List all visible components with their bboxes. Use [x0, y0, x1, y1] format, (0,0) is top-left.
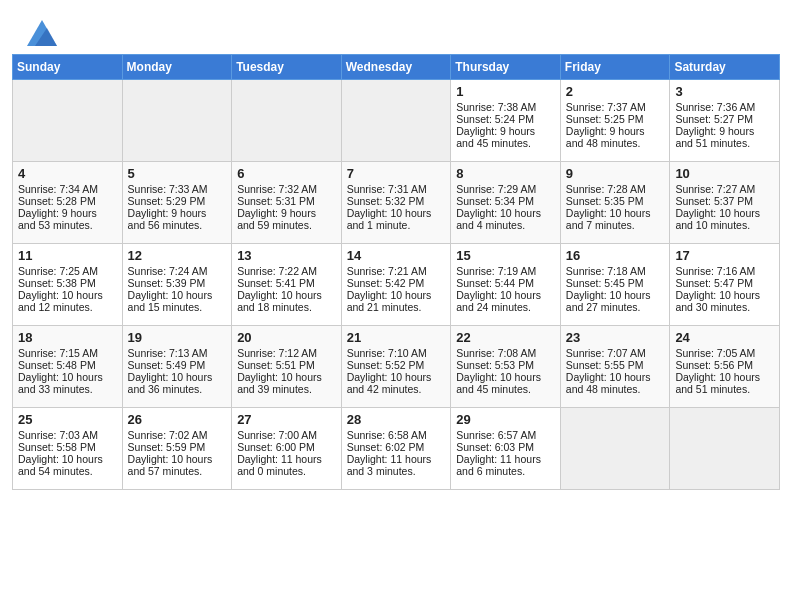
- daylight-text: Daylight: 9 hours and 51 minutes.: [675, 125, 754, 149]
- sunrise-text: Sunrise: 7:19 AM: [456, 265, 536, 277]
- calendar-cell: 21Sunrise: 7:10 AMSunset: 5:52 PMDayligh…: [341, 326, 451, 408]
- calendar-cell: 26Sunrise: 7:02 AMSunset: 5:59 PMDayligh…: [122, 408, 232, 490]
- calendar-cell: 7Sunrise: 7:31 AMSunset: 5:32 PMDaylight…: [341, 162, 451, 244]
- sunrise-text: Sunrise: 7:18 AM: [566, 265, 646, 277]
- calendar-cell: 18Sunrise: 7:15 AMSunset: 5:48 PMDayligh…: [13, 326, 123, 408]
- sunset-text: Sunset: 5:55 PM: [566, 359, 644, 371]
- calendar-cell: 27Sunrise: 7:00 AMSunset: 6:00 PMDayligh…: [232, 408, 342, 490]
- daylight-text: Daylight: 10 hours and 39 minutes.: [237, 371, 322, 395]
- day-number: 7: [347, 166, 446, 181]
- day-number: 29: [456, 412, 555, 427]
- calendar-cell: 19Sunrise: 7:13 AMSunset: 5:49 PMDayligh…: [122, 326, 232, 408]
- day-number: 6: [237, 166, 336, 181]
- sunrise-text: Sunrise: 7:02 AM: [128, 429, 208, 441]
- sunrise-text: Sunrise: 7:36 AM: [675, 101, 755, 113]
- sunset-text: Sunset: 6:02 PM: [347, 441, 425, 453]
- calendar-cell: 10Sunrise: 7:27 AMSunset: 5:37 PMDayligh…: [670, 162, 780, 244]
- weekday-header: Friday: [560, 55, 670, 80]
- day-number: 10: [675, 166, 774, 181]
- weekday-header: Sunday: [13, 55, 123, 80]
- calendar-wrap: SundayMondayTuesdayWednesdayThursdayFrid…: [0, 54, 792, 500]
- sunset-text: Sunset: 5:31 PM: [237, 195, 315, 207]
- daylight-text: Daylight: 10 hours and 54 minutes.: [18, 453, 103, 477]
- calendar-cell: 16Sunrise: 7:18 AMSunset: 5:45 PMDayligh…: [560, 244, 670, 326]
- sunrise-text: Sunrise: 7:07 AM: [566, 347, 646, 359]
- sunset-text: Sunset: 5:34 PM: [456, 195, 534, 207]
- day-number: 21: [347, 330, 446, 345]
- sunset-text: Sunset: 5:59 PM: [128, 441, 206, 453]
- day-number: 8: [456, 166, 555, 181]
- calendar-cell: [560, 408, 670, 490]
- daylight-text: Daylight: 10 hours and 51 minutes.: [675, 371, 760, 395]
- sunrise-text: Sunrise: 7:03 AM: [18, 429, 98, 441]
- sunrise-text: Sunrise: 7:13 AM: [128, 347, 208, 359]
- calendar-cell: 12Sunrise: 7:24 AMSunset: 5:39 PMDayligh…: [122, 244, 232, 326]
- sunrise-text: Sunrise: 7:27 AM: [675, 183, 755, 195]
- daylight-text: Daylight: 9 hours and 45 minutes.: [456, 125, 535, 149]
- weekday-header: Monday: [122, 55, 232, 80]
- daylight-text: Daylight: 10 hours and 30 minutes.: [675, 289, 760, 313]
- day-number: 24: [675, 330, 774, 345]
- sunrise-text: Sunrise: 7:29 AM: [456, 183, 536, 195]
- weekday-header: Saturday: [670, 55, 780, 80]
- calendar-header: SundayMondayTuesdayWednesdayThursdayFrid…: [13, 55, 780, 80]
- day-number: 14: [347, 248, 446, 263]
- calendar-cell: 5Sunrise: 7:33 AMSunset: 5:29 PMDaylight…: [122, 162, 232, 244]
- calendar-cell: 22Sunrise: 7:08 AMSunset: 5:53 PMDayligh…: [451, 326, 561, 408]
- sunset-text: Sunset: 5:29 PM: [128, 195, 206, 207]
- daylight-text: Daylight: 10 hours and 33 minutes.: [18, 371, 103, 395]
- calendar-cell: 4Sunrise: 7:34 AMSunset: 5:28 PMDaylight…: [13, 162, 123, 244]
- weekday-header: Tuesday: [232, 55, 342, 80]
- day-number: 22: [456, 330, 555, 345]
- sunset-text: Sunset: 5:58 PM: [18, 441, 96, 453]
- sunset-text: Sunset: 5:38 PM: [18, 277, 96, 289]
- sunset-text: Sunset: 5:25 PM: [566, 113, 644, 125]
- daylight-text: Daylight: 10 hours and 24 minutes.: [456, 289, 541, 313]
- daylight-text: Daylight: 11 hours and 3 minutes.: [347, 453, 432, 477]
- calendar-cell: 17Sunrise: 7:16 AMSunset: 5:47 PMDayligh…: [670, 244, 780, 326]
- calendar-cell: 25Sunrise: 7:03 AMSunset: 5:58 PMDayligh…: [13, 408, 123, 490]
- calendar-table: SundayMondayTuesdayWednesdayThursdayFrid…: [12, 54, 780, 490]
- logo: [20, 18, 57, 46]
- daylight-text: Daylight: 11 hours and 6 minutes.: [456, 453, 541, 477]
- sunrise-text: Sunrise: 7:21 AM: [347, 265, 427, 277]
- daylight-text: Daylight: 10 hours and 48 minutes.: [566, 371, 651, 395]
- sunset-text: Sunset: 5:32 PM: [347, 195, 425, 207]
- daylight-text: Daylight: 10 hours and 27 minutes.: [566, 289, 651, 313]
- calendar-cell: [670, 408, 780, 490]
- sunrise-text: Sunrise: 6:58 AM: [347, 429, 427, 441]
- sunset-text: Sunset: 5:27 PM: [675, 113, 753, 125]
- calendar-cell: 11Sunrise: 7:25 AMSunset: 5:38 PMDayligh…: [13, 244, 123, 326]
- sunset-text: Sunset: 5:49 PM: [128, 359, 206, 371]
- sunrise-text: Sunrise: 6:57 AM: [456, 429, 536, 441]
- sunrise-text: Sunrise: 7:22 AM: [237, 265, 317, 277]
- calendar-cell: [341, 80, 451, 162]
- day-number: 19: [128, 330, 227, 345]
- calendar-cell: 1Sunrise: 7:38 AMSunset: 5:24 PMDaylight…: [451, 80, 561, 162]
- day-number: 16: [566, 248, 665, 263]
- sunset-text: Sunset: 5:51 PM: [237, 359, 315, 371]
- day-number: 20: [237, 330, 336, 345]
- daylight-text: Daylight: 10 hours and 10 minutes.: [675, 207, 760, 231]
- sunset-text: Sunset: 6:03 PM: [456, 441, 534, 453]
- sunset-text: Sunset: 5:28 PM: [18, 195, 96, 207]
- daylight-text: Daylight: 10 hours and 45 minutes.: [456, 371, 541, 395]
- calendar-cell: 28Sunrise: 6:58 AMSunset: 6:02 PMDayligh…: [341, 408, 451, 490]
- calendar-cell: [232, 80, 342, 162]
- sunrise-text: Sunrise: 7:28 AM: [566, 183, 646, 195]
- sunset-text: Sunset: 5:53 PM: [456, 359, 534, 371]
- day-number: 5: [128, 166, 227, 181]
- sunrise-text: Sunrise: 7:37 AM: [566, 101, 646, 113]
- daylight-text: Daylight: 9 hours and 59 minutes.: [237, 207, 316, 231]
- day-number: 3: [675, 84, 774, 99]
- daylight-text: Daylight: 10 hours and 18 minutes.: [237, 289, 322, 313]
- day-number: 25: [18, 412, 117, 427]
- sunrise-text: Sunrise: 7:25 AM: [18, 265, 98, 277]
- weekday-header: Thursday: [451, 55, 561, 80]
- day-number: 9: [566, 166, 665, 181]
- calendar-cell: 2Sunrise: 7:37 AMSunset: 5:25 PMDaylight…: [560, 80, 670, 162]
- day-number: 26: [128, 412, 227, 427]
- sunset-text: Sunset: 5:24 PM: [456, 113, 534, 125]
- day-number: 4: [18, 166, 117, 181]
- sunset-text: Sunset: 5:42 PM: [347, 277, 425, 289]
